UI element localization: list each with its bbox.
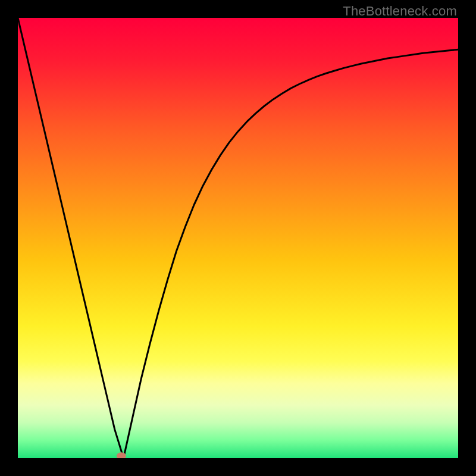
bottleneck-chart: TheBottleneck.com (0, 0, 476, 476)
bottleneck-curve (18, 18, 458, 458)
attribution-label: TheBottleneck.com (343, 4, 457, 19)
plot-area (18, 18, 458, 458)
curve-layer (18, 18, 458, 458)
